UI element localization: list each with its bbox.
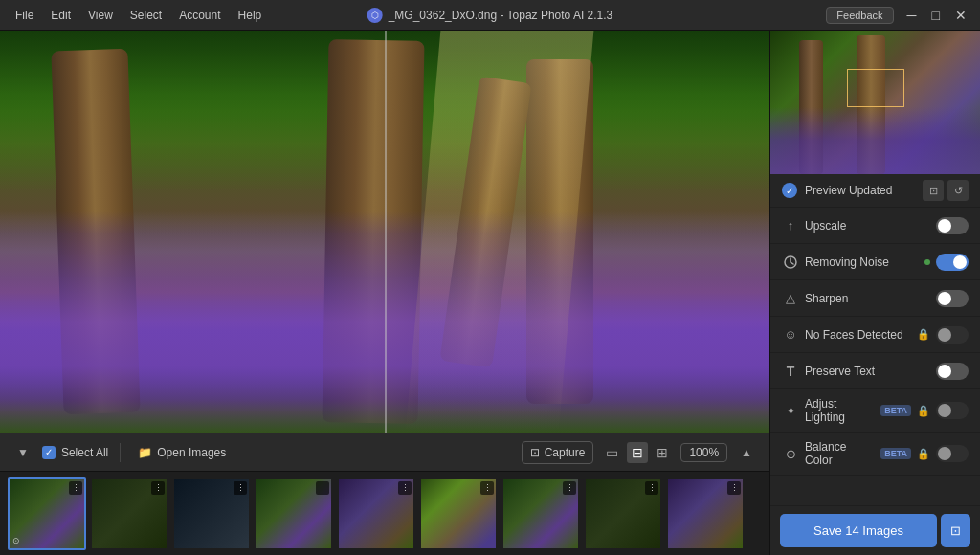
menu-select[interactable]: Select [122,7,169,24]
sharpen-label: Sharpen [805,292,930,305]
select-all-label: Select All [61,446,108,459]
save-extra-button[interactable]: ⊡ [941,514,970,547]
balance-color-toggle [936,445,969,462]
removing-noise-row: Removing Noise [770,244,980,280]
zoom-expand-button[interactable]: ▲ [735,442,758,463]
folder-icon: 📁 [138,446,152,459]
main-area: ▼ ✓ Select All 📁 Open Images ⊡ Capture ▭… [0,31,980,555]
minimize-button[interactable]: ─ [902,6,923,25]
save-button[interactable]: Save 14 Images [780,514,937,547]
app-icon: ⬡ [368,8,383,23]
split-line [385,31,387,433]
filmstrip-thumb-6[interactable]: ⋮ [419,477,498,550]
balance-color-lock-icon: 🔒 [917,448,930,460]
canvas-area: ▼ ✓ Select All 📁 Open Images ⊡ Capture ▭… [0,31,769,555]
thumb-menu-5[interactable]: ⋮ [398,481,412,495]
close-button[interactable]: ✕ [949,6,972,25]
filmstrip-thumb-2[interactable]: ⋮ [90,477,168,550]
thumb-menu-7[interactable]: ⋮ [563,481,576,495]
open-images-button[interactable]: 📁 Open Images [132,442,232,463]
filmstrip-thumb-9[interactable]: ⋮ [666,477,745,550]
preview-toolbar-icons: ⊡ ↺ [923,180,969,201]
preserve-text-toggle[interactable] [936,363,969,380]
filmstrip-thumb-8[interactable]: ⋮ [584,477,662,550]
preview-thumbnail [770,31,980,174]
right-panel: ✓ Preview Updated ⊡ ↺ ↑ Upscale Removing… [769,31,980,555]
bottom-toolbar: ▼ ✓ Select All 📁 Open Images ⊡ Capture ▭… [0,433,769,471]
maximize-button[interactable]: □ [926,6,946,25]
preview-scene [770,31,980,174]
adjust-lighting-beta: BETA [880,405,911,416]
crop-icon[interactable]: ⊡ [923,180,944,201]
removing-noise-icon [782,254,799,271]
thumb-menu-8[interactable]: ⋮ [645,481,658,495]
window-title: _MG_0362_DxO.dng - Topaz Photo AI 2.1.3 [389,9,613,22]
window-controls: ─ □ ✕ [902,6,972,25]
capture-button[interactable]: ⊡ Capture [522,441,594,464]
menu-edit[interactable]: Edit [43,7,78,24]
sharpen-icon: △ [782,290,799,307]
menu-view[interactable]: View [80,7,121,24]
menu-account[interactable]: Account [171,7,228,24]
no-faces-label: No Faces Detected [805,328,911,342]
capture-icon: ⊡ [530,446,540,459]
view-controls: ▭ ⊟ ⊞ [601,442,673,463]
menu-bar: File Edit View Select Account Help [8,7,269,24]
select-all-area[interactable]: ✓ Select All [42,446,108,459]
removing-noise-toggle[interactable] [936,254,969,271]
preserve-text-label: Preserve Text [805,365,930,378]
zoom-indicator[interactable]: 100% [680,443,727,462]
no-faces-toggle [936,326,969,344]
filmstrip-thumb-4[interactable]: ⋮ [255,477,333,550]
adjust-lighting-lock-icon: 🔒 [917,405,930,417]
thumb-menu-9[interactable]: ⋮ [727,481,741,495]
upscale-label: Upscale [805,219,930,233]
upscale-row: ↑ Upscale [770,208,980,244]
thumb-menu-2[interactable]: ⋮ [151,481,165,495]
sharpen-row: △ Sharpen [770,280,980,317]
thumb-menu-3[interactable]: ⋮ [234,481,247,495]
filmstrip: ⊙ ⋮ ⋮ ⋮ ⋮ ⋮ ⋮ [0,471,769,555]
separator-1 [120,443,121,462]
preview-check-icon: ✓ [782,183,797,198]
titlebar: File Edit View Select Account Help ⬡ _MG… [0,0,980,31]
image-canvas[interactable] [0,31,769,433]
open-images-label: Open Images [157,446,226,459]
menu-help[interactable]: Help [231,7,270,24]
save-button-area: Save 14 Images ⊡ [770,505,980,555]
filmstrip-thumb-3[interactable]: ⋮ [172,477,251,550]
refresh-icon[interactable]: ↺ [947,180,969,201]
feedback-button[interactable]: Feedback [826,7,893,24]
capture-label: Capture [545,446,586,459]
no-faces-row: ☺ No Faces Detected 🔒 [770,317,980,353]
thumb-menu-6[interactable]: ⋮ [480,481,494,495]
filmstrip-thumb-7[interactable]: ⋮ [501,477,580,550]
preview-updated-label: Preview Updated [805,184,915,197]
view-split-button[interactable]: ⊟ [627,442,648,463]
balance-color-label: Balance Color BETA [805,440,911,467]
adjust-lighting-label: Adjust Lighting BETA [805,397,911,424]
select-all-checkbox[interactable]: ✓ [42,446,56,459]
thumb-menu-4[interactable]: ⋮ [316,481,329,495]
removing-noise-label: Removing Noise [805,255,919,269]
removing-noise-dot [924,259,930,265]
forest-scene [0,31,769,433]
sharpen-toggle[interactable] [936,290,969,307]
controls-panel: ✓ Preview Updated ⊡ ↺ ↑ Upscale Removing… [770,174,980,505]
view-compare-button[interactable]: ⊞ [652,442,673,463]
preview-rect [847,69,904,107]
adjust-lighting-icon: ✦ [782,402,799,419]
filmstrip-thumb-5[interactable]: ⋮ [337,477,415,550]
expand-button[interactable]: ▼ [11,442,34,463]
balance-color-beta: BETA [880,448,911,459]
upscale-toggle[interactable] [936,217,969,234]
menu-file[interactable]: File [8,7,41,24]
no-faces-icon: ☺ [782,326,799,344]
adjust-lighting-toggle [936,402,969,419]
filmstrip-thumb-1[interactable]: ⊙ ⋮ [8,477,86,550]
thumb-menu-1[interactable]: ⋮ [69,481,82,495]
view-single-button[interactable]: ▭ [601,442,623,463]
adjust-lighting-row: ✦ Adjust Lighting BETA 🔒 [770,389,980,433]
balance-color-row: ⊙ Balance Color BETA 🔒 [770,433,980,476]
preview-updated-row: ✓ Preview Updated ⊡ ↺ [770,174,980,208]
